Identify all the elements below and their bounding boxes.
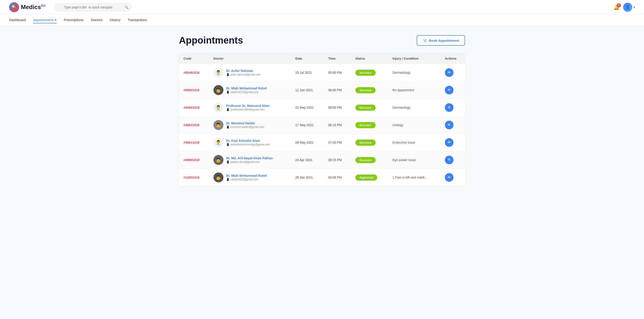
cell-time: 06:00 PM — [324, 99, 351, 116]
cell-time: 04:00 PM — [324, 169, 351, 186]
doctor-avatar: 👨 — [214, 120, 224, 130]
cell-doctor: 👨‍⚕️ Professor Dr. Mansurul Alam 📱 profd… — [209, 99, 291, 116]
cell-status: Approved — [351, 169, 388, 186]
cell-doctor: 👨 Dr. Miah Mohammad Rubel 📱 rubelmd22@gm… — [209, 81, 291, 99]
cell-doctor: 👨 Dr. Mominul Haider 📱 mominul.haider@gm… — [209, 116, 291, 134]
cell-date: 08 May 2021 — [291, 134, 324, 151]
eye-icon: 👁 — [447, 123, 451, 127]
view-button[interactable]: 👁 — [445, 68, 454, 77]
eye-icon: 👁 — [447, 158, 451, 162]
appointments-table-wrap: Code Doctor Date Time Status Injury / Co… — [179, 53, 465, 186]
doctor-name: Dr. Miah Mohammad Rubel — [226, 86, 267, 90]
table-row: #39631018 👨 Dr. Mominul Haider 📱 mominul… — [179, 116, 465, 134]
cell-actions: 👁 — [440, 81, 465, 99]
cell-code: #36611018 — [179, 134, 209, 151]
cell-time: 06:00 PM — [324, 81, 351, 99]
phone-icon: 📱 — [226, 108, 230, 111]
doctor-email: 📱 arifur-derma@gmail.com — [226, 73, 260, 76]
notification-bell[interactable]: 🔔 6 — [613, 4, 620, 10]
page-header: Appointments 🩺 Book Appointment — [179, 35, 465, 46]
table-body: #65491018 👨‍⚕️ Dr. Arifur Rahman 📱 arifu… — [179, 64, 465, 186]
eye-icon: 👁 — [447, 88, 451, 92]
cell-code: #65491018 — [179, 64, 209, 81]
doctor-avatar: 👨 — [214, 85, 224, 95]
eye-icon: 👁 — [447, 70, 451, 75]
nav-item-transactions[interactable]: Transactions — [128, 17, 147, 23]
search-bar: 🔍 — [54, 3, 132, 11]
table-row: #50601018 👨 Dr. Miah Mohammad Rubel 📱 ru… — [179, 81, 465, 99]
doctor-info: Dr. Miah Mohammad Rubel 📱 rubelmd22@gmai… — [226, 86, 267, 94]
avatar: 👤 — [623, 3, 632, 12]
cell-status: Success — [351, 151, 388, 169]
col-code: Code — [179, 53, 209, 64]
view-button[interactable]: 👁 — [445, 173, 454, 182]
nav-item-dashboard[interactable]: Dashboard — [9, 17, 26, 23]
doctor-email: 📱 profdralam1984@gmail.com — [226, 108, 270, 111]
main-content: Appointments 🩺 Book Appointment Code Doc… — [170, 26, 474, 195]
status-badge: Approved — [356, 174, 378, 181]
doctor-avatar: 👨 — [214, 155, 224, 165]
cell-status: Success — [351, 64, 388, 81]
col-date: Date — [291, 53, 324, 64]
cell-doctor: 👨 Dr. Miah Mohammad Rubel 📱 rubelmd22@gm… — [209, 169, 291, 186]
nav-item-history[interactable]: History — [110, 17, 120, 23]
cell-time: 06:15 PM — [324, 116, 351, 134]
cell-condition: Endocrine issue — [388, 134, 440, 151]
doctor-name: Dr. Arifur Rahman — [226, 69, 260, 73]
doctor-email: 📱 pathan.dmc@gmail.com — [226, 160, 273, 164]
status-badge: Success — [356, 140, 376, 146]
search-input[interactable] — [54, 3, 132, 11]
col-actions: Actions — [440, 53, 465, 64]
header: 💊 MedicsBD 🔍 🔔 6 👤 ▾ — [0, 0, 644, 14]
phone-icon: 📱 — [226, 73, 230, 76]
doctor-name: Dr. Miah Mohammad Rubel — [226, 174, 267, 177]
nav-item-prescriptions[interactable]: Prescriptions — [64, 17, 84, 23]
cell-doctor: 👨‍⚕️ Dr. Arifur Rahman 📱 arifur-derma@gm… — [209, 64, 291, 81]
brand-name: MedicsBD — [21, 4, 46, 11]
user-avatar-wrap[interactable]: 👤 ▾ — [623, 3, 635, 12]
view-button[interactable]: 👁 — [445, 138, 454, 147]
cell-doctor: 👨‍⚕️ Dr. Kazi Ashraful Alam 📱 ashrafendo… — [209, 134, 291, 151]
col-status: Status — [351, 53, 388, 64]
table-row: #42661018 👨‍⚕️ Professor Dr. Mansurul Al… — [179, 99, 465, 116]
doctor-info: Dr. Md. Arif Hayat Khan Pathan 📱 pathan.… — [226, 156, 273, 164]
main-nav: Dashboard Appointments ▾ Prescriptions D… — [0, 14, 644, 26]
doctor-avatar: 👨 — [214, 172, 224, 182]
phone-icon: 📱 — [226, 178, 230, 181]
cell-code: #39631018 — [179, 116, 209, 134]
nav-dropdown-icon: ▾ — [55, 18, 56, 22]
eye-icon: 👁 — [447, 105, 451, 110]
cell-condition: Urology — [388, 116, 440, 134]
cell-status: Success — [351, 81, 388, 99]
cell-actions: 👁 — [440, 169, 465, 186]
cell-status: Success — [351, 134, 388, 151]
doctor-name: Dr. Md. Arif Hayat Khan Pathan — [226, 156, 273, 160]
table-row: #29691018 👨 Dr. Md. Arif Hayat Khan Path… — [179, 151, 465, 169]
view-button[interactable]: 👁 — [445, 156, 454, 164]
cell-date: 24 Apr 2021 — [291, 151, 324, 169]
phone-icon: 📱 — [226, 143, 230, 146]
cell-date: 11 Jun 2021 — [291, 81, 324, 99]
cell-actions: 👁 — [440, 116, 465, 134]
doctor-name: Dr. Kazi Ashraful Alam — [226, 139, 270, 142]
nav-item-doctors[interactable]: Doctors — [91, 17, 103, 23]
view-button[interactable]: 👁 — [445, 121, 454, 129]
view-button[interactable]: 👁 — [445, 86, 454, 94]
nav-item-appointments[interactable]: Appointments ▾ — [33, 17, 56, 23]
cell-condition: Dermatology — [388, 99, 440, 116]
doctor-info: Professor Dr. Mansurul Alam 📱 profdralam… — [226, 104, 270, 111]
doctor-email: 📱 ashrafendocrinology@gmail.com — [226, 143, 270, 146]
col-doctor: Doctor — [209, 53, 291, 64]
doctor-email: 📱 rubelmd22@gmail.com — [226, 90, 267, 94]
doctor-avatar: 👨‍⚕️ — [214, 137, 224, 147]
cell-doctor: 👨 Dr. Md. Arif Hayat Khan Pathan 📱 patha… — [209, 151, 291, 169]
col-time: Time — [324, 53, 351, 64]
cell-time: 08:15 PM — [324, 151, 351, 169]
cell-code: #50601018 — [179, 81, 209, 99]
cell-code: #29691018 — [179, 151, 209, 169]
logo[interactable]: 💊 MedicsBD — [9, 2, 46, 12]
book-appointment-button[interactable]: 🩺 Book Appointment — [417, 35, 465, 46]
appointments-table: Code Doctor Date Time Status Injury / Co… — [179, 53, 465, 186]
view-button[interactable]: 👁 — [445, 103, 454, 112]
eye-icon: 👁 — [447, 140, 451, 145]
